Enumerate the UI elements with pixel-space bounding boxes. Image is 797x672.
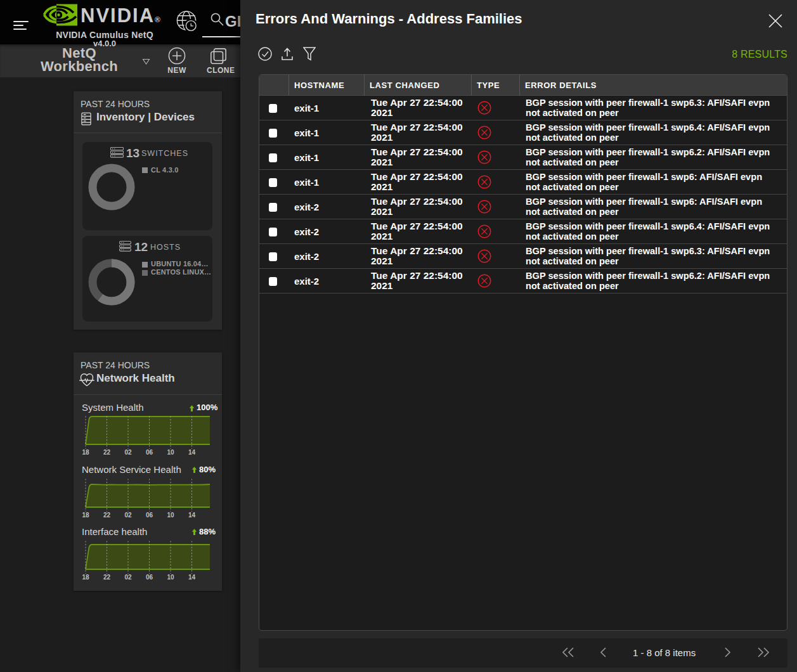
svg-text:06: 06 [146,574,153,581]
svg-text:06: 06 [146,449,153,456]
svg-text:18: 18 [82,512,89,519]
svg-text:02: 02 [124,449,132,456]
svg-text:10: 10 [167,574,174,581]
svg-text:18: 18 [82,449,89,456]
svg-text:10: 10 [167,512,174,519]
svg-text:14: 14 [188,574,196,581]
svg-text:18: 18 [82,574,89,581]
svg-text:14: 14 [188,449,196,456]
svg-text:10: 10 [167,449,174,456]
svg-text:02: 02 [124,512,132,519]
svg-text:06: 06 [146,512,153,519]
svg-text:22: 22 [103,512,111,519]
svg-text:22: 22 [103,574,111,581]
svg-text:14: 14 [188,512,196,519]
svg-text:22: 22 [103,449,111,456]
svg-text:02: 02 [124,574,132,581]
